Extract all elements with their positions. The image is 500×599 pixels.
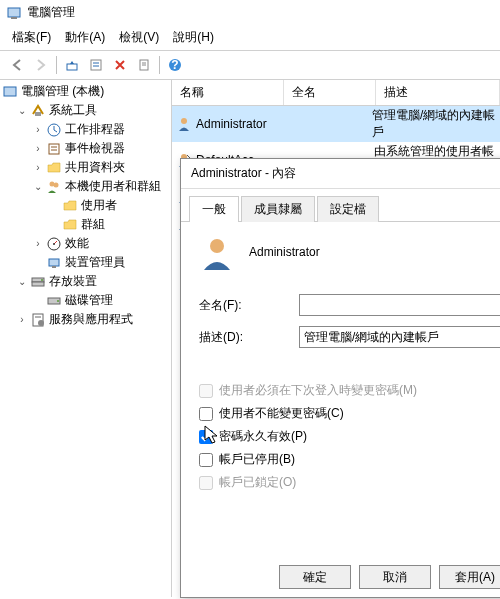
svg-point-30 — [38, 320, 44, 326]
tree-lug[interactable]: ⌄本機使用者和群組 — [0, 177, 171, 196]
col-name[interactable]: 名稱 — [172, 80, 284, 105]
tree-storage[interactable]: ⌄存放裝置 — [0, 272, 171, 291]
svg-rect-2 — [67, 64, 77, 70]
ck-cannot-change[interactable]: 使用者不能變更密碼(C) — [199, 405, 500, 422]
svg-rect-3 — [91, 60, 101, 70]
user-avatar-icon — [199, 234, 235, 270]
fullname-label: 全名(F): — [199, 297, 299, 314]
toolbar: ? — [0, 51, 500, 80]
svg-point-20 — [53, 243, 55, 245]
svg-rect-22 — [52, 266, 56, 268]
user-icon — [176, 116, 192, 132]
ck-must-change: 使用者必須在下次登入時變更密碼(M) — [199, 382, 500, 399]
svg-rect-14 — [49, 144, 59, 154]
apply-button[interactable]: 套用(A) — [439, 565, 500, 589]
tree-event[interactable]: ›事件檢視器 — [0, 139, 171, 158]
delete-button[interactable] — [109, 54, 131, 76]
svg-point-31 — [181, 118, 187, 124]
menu-help[interactable]: 說明(H) — [167, 27, 220, 48]
svg-rect-0 — [8, 8, 20, 17]
window-title: 電腦管理 — [27, 4, 75, 21]
svg-rect-11 — [4, 87, 16, 96]
tree-svcapps[interactable]: ›服務與應用程式 — [0, 310, 171, 329]
tree-disk[interactable]: 磁碟管理 — [0, 291, 171, 310]
menu-file[interactable]: 檔案(F) — [6, 27, 57, 48]
col-desc[interactable]: 描述 — [376, 80, 500, 105]
tab-general[interactable]: 一般 — [189, 196, 239, 222]
col-full[interactable]: 全名 — [284, 80, 376, 105]
nav-tree[interactable]: 電腦管理 (本機) ⌄系統工具 ›工作排程器 ›事件檢視器 ›共用資料夾 ⌄本機… — [0, 80, 172, 597]
svg-point-35 — [210, 239, 224, 253]
tree-perf[interactable]: ›效能 — [0, 234, 171, 253]
svg-point-27 — [57, 300, 59, 302]
properties-dialog: Administrator - 內容 一般 成員隸屬 設定檔 Administr… — [180, 158, 500, 598]
back-button[interactable] — [6, 54, 28, 76]
tab-profile[interactable]: 設定檔 — [317, 196, 379, 222]
menu-view[interactable]: 檢視(V) — [113, 27, 165, 48]
menubar: 檔案(F) 動作(A) 檢視(V) 說明(H) — [0, 25, 500, 51]
tree-shared[interactable]: ›共用資料夾 — [0, 158, 171, 177]
desc-input[interactable] — [299, 326, 500, 348]
svg-rect-21 — [49, 259, 59, 266]
cancel-button[interactable]: 取消 — [359, 565, 431, 589]
ck-locked: 帳戶已鎖定(O) — [199, 474, 500, 491]
tab-member[interactable]: 成員隸屬 — [241, 196, 315, 222]
tree-task[interactable]: ›工作排程器 — [0, 120, 171, 139]
app-icon — [6, 5, 22, 21]
dialog-title: Administrator - 內容 — [181, 159, 500, 189]
up-button[interactable] — [61, 54, 83, 76]
svg-rect-24 — [32, 282, 44, 286]
dialog-username: Administrator — [249, 245, 320, 259]
tree-systools[interactable]: ⌄系統工具 — [0, 101, 171, 120]
tree-devmgr[interactable]: 裝置管理員 — [0, 253, 171, 272]
list-header: 名稱 全名 描述 — [172, 80, 500, 106]
ok-button[interactable]: 確定 — [279, 565, 351, 589]
svg-rect-12 — [35, 112, 41, 116]
menu-action[interactable]: 動作(A) — [59, 27, 111, 48]
list-row-admin[interactable]: Administrator 管理電腦/網域的內建帳戶 — [172, 106, 500, 142]
properties-button[interactable] — [133, 54, 155, 76]
dialog-tabs: 一般 成員隸屬 設定檔 — [181, 195, 500, 222]
svg-point-18 — [54, 182, 59, 187]
forward-button[interactable] — [30, 54, 52, 76]
svg-point-25 — [41, 279, 43, 281]
svg-text:?: ? — [171, 58, 178, 72]
ck-never-expire[interactable]: 密碼永久有效(P) — [199, 428, 500, 445]
tree-users[interactable]: 使用者 — [0, 196, 171, 215]
desc-label: 描述(D): — [199, 329, 299, 346]
options-button[interactable] — [85, 54, 107, 76]
window-titlebar: 電腦管理 — [0, 0, 500, 25]
tree-groups[interactable]: 群組 — [0, 215, 171, 234]
help-button[interactable]: ? — [164, 54, 186, 76]
ck-disabled[interactable]: 帳戶已停用(B) — [199, 451, 500, 468]
fullname-input[interactable] — [299, 294, 500, 316]
tree-root[interactable]: 電腦管理 (本機) — [0, 82, 171, 101]
svg-rect-1 — [11, 17, 17, 19]
